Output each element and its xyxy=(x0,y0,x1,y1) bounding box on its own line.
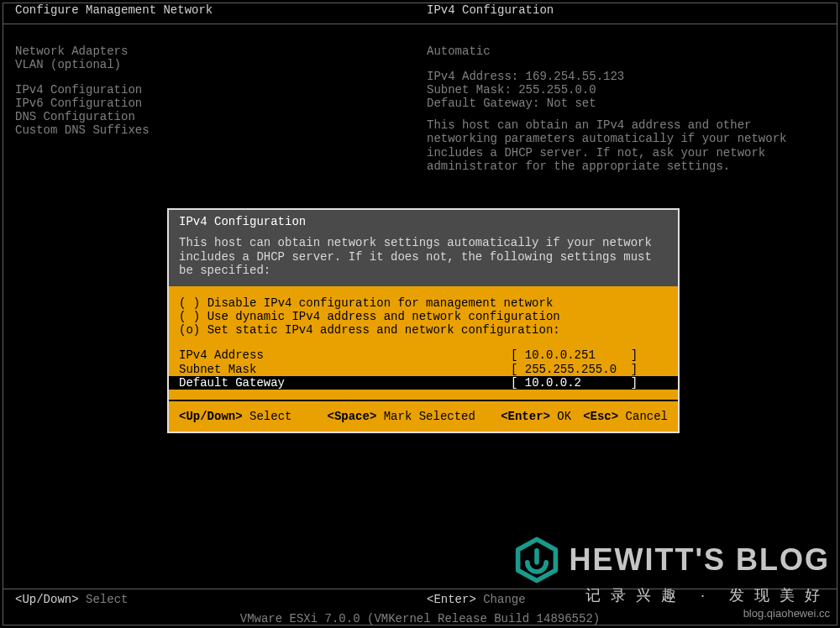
field-subnet-mask[interactable]: Subnet Mask [ 255.255.255.0 ] xyxy=(179,363,668,376)
option-label: Set static IPv4 address and network conf… xyxy=(207,323,560,337)
field-default-gateway[interactable]: Default Gateway [ 10.0.0.2 ] xyxy=(169,376,678,390)
bottom-updown-label: Select xyxy=(86,593,128,606)
field-label: Subnet Mask xyxy=(179,363,511,376)
ipv4-config-dialog: IPv4 Configuration This host can obtain … xyxy=(167,208,680,433)
space-key: <Space> xyxy=(327,410,376,423)
space-label: Mark Selected xyxy=(384,410,475,423)
footer-right: <Enter> OK <Esc> Cancel xyxy=(501,410,668,423)
hex-logo-icon xyxy=(513,536,560,584)
field-value: [ 255.255.255.0 ] xyxy=(511,363,668,376)
radio-marker: ( ) xyxy=(179,310,200,323)
watermark-title: HEWITT'S BLOG xyxy=(569,542,830,578)
updown-key: <Up/Down> xyxy=(179,410,243,423)
dialog-footer: <Up/Down> Select <Space> Mark Selected <… xyxy=(169,400,678,432)
option-dynamic-ipv4[interactable]: ( ) Use dynamic IPv4 address and network… xyxy=(179,310,668,323)
field-value: [ 10.0.0.251 ] xyxy=(511,348,668,362)
bottom-enter-key: <Enter> xyxy=(427,593,476,606)
enter-label: OK xyxy=(557,410,571,423)
footer-left: <Up/Down> Select <Space> Mark Selected xyxy=(179,410,501,423)
option-label: Disable IPv4 configuration for managemen… xyxy=(207,296,554,310)
option-label: Use dynamic IPv4 address and network con… xyxy=(207,310,560,323)
esc-key: <Esc> xyxy=(583,410,618,423)
bottom-updown-key: <Up/Down> xyxy=(15,593,79,606)
field-label: Default Gateway xyxy=(179,376,511,390)
enter-key: <Enter> xyxy=(501,410,550,423)
dialog-body: ( ) Disable IPv4 configuration for manag… xyxy=(169,286,678,400)
radio-marker: (o) xyxy=(179,323,200,337)
option-static-ipv4[interactable]: (o) Set static IPv4 address and network … xyxy=(179,323,668,337)
watermark-url: blog.qiaohewei.cc xyxy=(513,607,830,620)
option-disable-ipv4[interactable]: ( ) Disable IPv4 configuration for manag… xyxy=(179,296,668,310)
dialog-title: IPv4 Configuration xyxy=(179,215,668,229)
field-label: IPv4 Address xyxy=(179,348,511,362)
field-value: [ 10.0.0.2 ] xyxy=(511,376,668,390)
dialog-header: IPv4 Configuration This host can obtain … xyxy=(169,210,678,286)
bottom-left: <Up/Down> Select xyxy=(15,593,427,606)
watermark: HEWITT'S BLOG 记录兴趣 · 发现美好 blog.qiaohewei… xyxy=(513,536,830,620)
radio-marker: ( ) xyxy=(179,296,200,310)
updown-label: Select xyxy=(249,410,291,423)
esc-label: Cancel xyxy=(626,410,668,423)
field-ipv4-address[interactable]: IPv4 Address [ 10.0.0.251 ] xyxy=(179,348,668,362)
watermark-subtitle: 记录兴趣 · 发现美好 xyxy=(513,585,830,605)
dialog-description: This host can obtain network settings au… xyxy=(179,236,668,278)
